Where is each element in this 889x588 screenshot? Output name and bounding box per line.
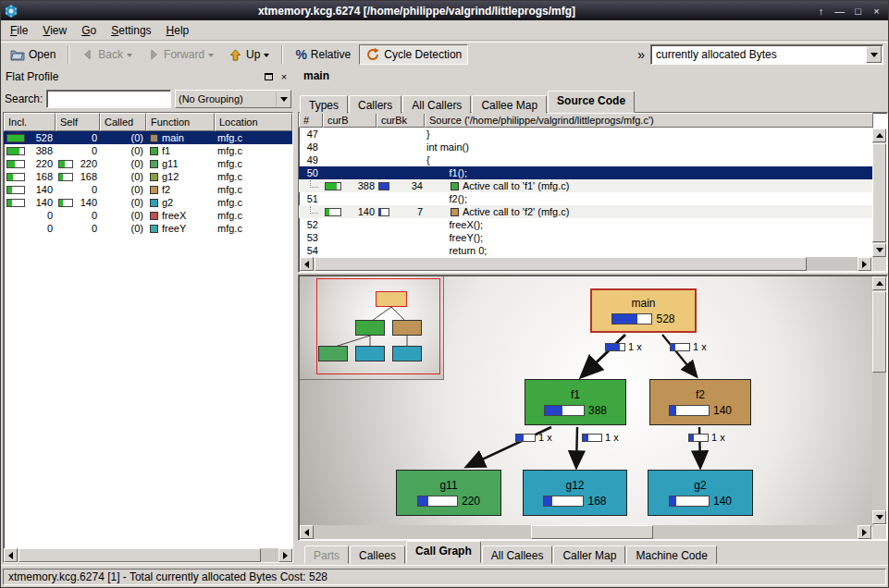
scroll-right-button[interactable] [858, 257, 871, 271]
self-cell: 168 [56, 170, 100, 183]
call-graph-canvas[interactable]: main528f1388f2140g11220g12168g21401 x1 x… [300, 276, 874, 527]
graph-vscrollbar[interactable] [872, 276, 886, 524]
graph-node-f1[interactable]: f1388 [525, 379, 626, 425]
graph-hscrollbar[interactable] [300, 525, 871, 539]
scroll-thumb[interactable] [531, 525, 653, 539]
graph-node-g2[interactable]: g2140 [648, 470, 753, 516]
called-cell: (0) [100, 222, 146, 235]
function-cell: g11 [146, 157, 215, 170]
relative-toggle-button[interactable]: % Relative [289, 44, 357, 65]
source-line-48[interactable]: 48int main() [299, 141, 873, 153]
shade-button[interactable]: ↑ [812, 3, 830, 18]
view-tab-parts[interactable]: Parts [304, 545, 349, 564]
tab-callers[interactable]: Callers [349, 95, 401, 114]
scroll-left-button[interactable] [4, 548, 18, 562]
maximize-button[interactable]: □ [849, 3, 867, 18]
graph-node-g11[interactable]: g11220 [396, 470, 501, 516]
open-button[interactable]: Open [4, 44, 62, 65]
source-column-curbk[interactable]: curBk [377, 113, 425, 128]
source-line-51[interactable]: 51 f2(); [299, 192, 873, 205]
line-number-cell: 53 [299, 231, 323, 244]
back-button[interactable]: Back [75, 45, 139, 64]
menu-help[interactable]: Help [159, 21, 197, 40]
grouping-dropdown-button[interactable] [276, 92, 290, 106]
event-type-combo[interactable]: currently allocated Bytes [650, 44, 883, 65]
dock-float-button[interactable] [262, 70, 275, 83]
graph-node-f2[interactable]: f2140 [649, 379, 751, 425]
table-row-g2[interactable]: 140140(0)g2mfg.c [4, 196, 292, 209]
source-call-row[interactable]: 38834Active call to 'f1' (mfg.c) [299, 179, 873, 192]
table-row-f1[interactable]: 3880(0)f1mfg.c [4, 144, 292, 157]
grouping-combo[interactable]: (No Grouping) [175, 90, 291, 108]
table-row-f2[interactable]: 1400(0)f2mfg.c [4, 183, 292, 196]
scroll-thumb[interactable] [19, 548, 261, 562]
minimize-button[interactable]: — [831, 3, 848, 18]
flat-profile-hscrollbar[interactable] [4, 548, 292, 562]
tab-types[interactable]: Types [300, 95, 348, 114]
cost-bar-icon [605, 343, 625, 351]
source-vscrollbar[interactable] [872, 129, 886, 257]
graph-node-label: g2 [694, 479, 706, 492]
forward-button[interactable]: Forward [141, 45, 220, 64]
edge-call-count: 1 x [628, 341, 642, 352]
tab-source-code[interactable]: Source Code [548, 91, 635, 113]
flat-profile-dock-header[interactable]: Flat Profile × [3, 67, 293, 86]
tab-callee-map[interactable]: Callee Map [472, 95, 547, 114]
call-text: Active call to 'f2' (mfg.c) [463, 206, 569, 217]
source-line-53[interactable]: 53 freeY(); [299, 231, 873, 244]
call-text: Active call to 'f1' (mfg.c) [463, 180, 569, 191]
tab-all-callers[interactable]: All Callers [402, 95, 471, 114]
view-tab-machine-code[interactable]: Machine Code [626, 545, 716, 564]
menu-file[interactable]: File [3, 21, 35, 40]
scroll-up-button[interactable] [872, 129, 886, 142]
view-tab-caller-map[interactable]: Caller Map [553, 545, 625, 564]
column-header-function[interactable]: Function [146, 113, 215, 131]
scroll-left-button[interactable] [300, 525, 314, 539]
self-cell: 0 [56, 144, 100, 157]
menu-view[interactable]: View [35, 21, 74, 40]
view-tab-callees[interactable]: Callees [350, 545, 405, 564]
scroll-down-button[interactable] [872, 510, 886, 524]
menu-settings[interactable]: Settings [104, 21, 158, 40]
table-row-freeX[interactable]: 00(0)freeXmfg.c [4, 209, 292, 222]
source-line-49[interactable]: 49{ [299, 153, 873, 166]
scroll-left-button[interactable] [300, 257, 314, 271]
source-hscrollbar[interactable] [300, 257, 871, 271]
scroll-thumb[interactable] [872, 291, 886, 373]
view-tab-call-graph[interactable]: Call Graph [406, 541, 481, 563]
source-line-52[interactable]: 52 freeX(); [299, 218, 873, 231]
cycle-detection-button[interactable]: Cycle Detection [359, 44, 468, 65]
column-header-self[interactable]: Self [56, 113, 100, 131]
view-tab-all-callees[interactable]: All Callees [482, 545, 553, 564]
source-call-row[interactable]: 1407Active call to 'f2' (mfg.c) [299, 205, 873, 218]
search-input[interactable] [46, 90, 171, 108]
toolbar-overflow-button[interactable]: » [634, 47, 648, 62]
scroll-up-button[interactable] [872, 276, 886, 290]
column-header-incl[interactable]: Incl. [4, 113, 56, 131]
source-line-50[interactable]: 50 f1(); [299, 166, 873, 179]
source-line-47[interactable]: 47} [299, 128, 873, 141]
close-button[interactable]: × [868, 3, 885, 18]
graph-node-g12[interactable]: g12168 [523, 470, 627, 516]
scroll-right-button[interactable] [278, 548, 292, 562]
table-row-main[interactable]: 5280(0)mainmfg.c [4, 131, 292, 144]
source-line-54[interactable]: 54 return 0; [299, 244, 873, 257]
table-row-freeY[interactable]: 00(0)freeYmfg.c [4, 222, 292, 235]
source-column-num[interactable]: # [299, 113, 323, 128]
combo-dropdown-button[interactable] [866, 46, 882, 63]
graph-node-main[interactable]: main528 [590, 288, 697, 333]
scroll-down-button[interactable] [872, 243, 886, 257]
column-header-called[interactable]: Called [100, 113, 146, 131]
source-column-source[interactable]: Source ('/home/philippe/valgrind/littlep… [425, 113, 873, 128]
source-column-curb[interactable]: curB [323, 113, 377, 128]
dock-close-button[interactable]: × [278, 70, 290, 83]
title-bar[interactable]: xtmemory.kcg.6274 [/home/philippe/valgri… [1, 1, 888, 20]
scroll-thumb[interactable] [872, 143, 886, 242]
scroll-right-button[interactable] [858, 525, 871, 539]
scroll-thumb[interactable] [315, 257, 807, 271]
table-row-g11[interactable]: 220220(0)g11mfg.c [4, 157, 292, 170]
up-button[interactable]: Up [222, 45, 276, 65]
menu-go[interactable]: Go [74, 21, 104, 40]
column-header-location[interactable]: Location [215, 113, 292, 131]
table-row-g12[interactable]: 168168(0)g12mfg.c [4, 170, 292, 183]
